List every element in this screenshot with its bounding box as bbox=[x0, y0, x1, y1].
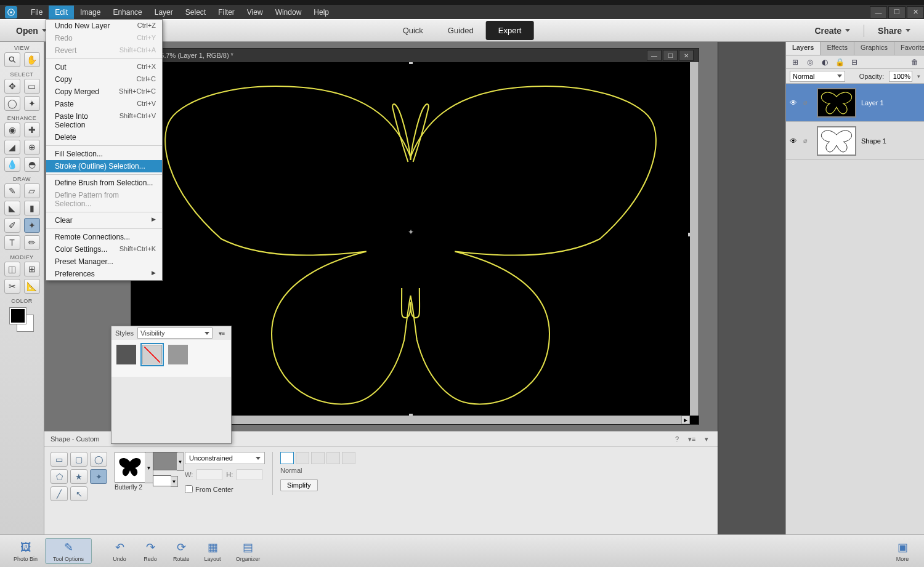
tab-graphics[interactable]: Graphics bbox=[854, 42, 894, 55]
shape-color-swatch[interactable]: ▼ bbox=[153, 452, 177, 470]
tool-smart-brush[interactable]: ◢ bbox=[4, 140, 20, 155]
menu-redo[interactable]: RedoCtrl+Y bbox=[46, 32, 162, 44]
panel-menu-icon[interactable]: ▾≡ bbox=[216, 328, 227, 339]
tool-options-button[interactable]: ✎ Tool Options bbox=[45, 538, 92, 564]
foreground-color[interactable] bbox=[10, 308, 26, 324]
menu-copy[interactable]: CopyCtrl+C bbox=[46, 73, 162, 86]
tool-cookie-cutter[interactable]: ✂ bbox=[4, 279, 20, 294]
menu-delete[interactable]: Delete bbox=[46, 131, 162, 143]
menu-filter[interactable]: Filter bbox=[212, 6, 241, 19]
menu-remote[interactable]: Remote Connections... bbox=[46, 231, 162, 243]
visibility-icon[interactable]: 👁 bbox=[790, 99, 798, 107]
vertical-scrollbar[interactable] bbox=[690, 62, 699, 416]
lock-layer-icon[interactable]: 🔒 bbox=[834, 57, 845, 67]
from-center-checkbox[interactable]: From Center bbox=[185, 485, 265, 493]
shape-ellipse[interactable]: ◯ bbox=[90, 452, 107, 467]
mode-guided[interactable]: Guided bbox=[436, 21, 486, 40]
menu-preferences[interactable]: Preferences▶ bbox=[46, 268, 162, 280]
style-hide[interactable] bbox=[116, 345, 136, 364]
tool-hand[interactable]: ✋ bbox=[24, 52, 40, 67]
menu-image[interactable]: Image bbox=[74, 6, 107, 19]
tool-shape[interactable]: ✦ bbox=[24, 218, 40, 233]
link-icon[interactable]: ⌀ bbox=[803, 99, 812, 107]
opacity-input[interactable] bbox=[889, 71, 912, 82]
doc-minimize[interactable]: — bbox=[647, 50, 662, 61]
collapse-icon[interactable]: ▾ bbox=[702, 434, 711, 444]
tool-gradient[interactable]: ▮ bbox=[24, 201, 40, 215]
shape-rect[interactable]: ▭ bbox=[51, 452, 68, 467]
menu-paste[interactable]: PasteCtrl+V bbox=[46, 98, 162, 110]
layer-row[interactable]: 👁 ⌀ Layer 1 bbox=[786, 84, 924, 122]
menu-edit[interactable]: Edit bbox=[49, 6, 74, 19]
color-swatches[interactable] bbox=[10, 308, 34, 332]
link-layer-icon[interactable]: ⊟ bbox=[849, 57, 860, 67]
menu-help[interactable]: Help bbox=[307, 6, 335, 19]
style-ghost[interactable] bbox=[168, 345, 188, 364]
tool-blur[interactable]: 💧 bbox=[4, 157, 20, 172]
shape-roundrect[interactable]: ▢ bbox=[70, 452, 87, 467]
styles-category-dropdown[interactable]: Visibility bbox=[137, 328, 213, 339]
layer-thumbnail[interactable] bbox=[817, 88, 856, 118]
tool-fill[interactable]: ◣ bbox=[4, 201, 20, 215]
tool-recompose[interactable]: ⊞ bbox=[24, 262, 40, 276]
menu-revert[interactable]: RevertShift+Ctrl+A bbox=[46, 44, 162, 57]
mode-expert[interactable]: Expert bbox=[486, 21, 534, 40]
menu-fill-selection[interactable]: Fill Selection... bbox=[46, 148, 162, 160]
menu-define-brush[interactable]: Define Brush from Selection... bbox=[46, 177, 162, 189]
menu-stroke-outline[interactable]: Stroke (Outline) Selection... bbox=[46, 160, 162, 172]
undo-button[interactable]: ↶ Undo bbox=[104, 539, 135, 563]
tool-move[interactable]: ✥ bbox=[4, 79, 20, 94]
window-minimize[interactable]: — bbox=[870, 6, 887, 18]
create-dropdown[interactable]: Create bbox=[808, 22, 856, 39]
tool-quick-select[interactable]: ✦ bbox=[24, 96, 40, 111]
transform-handle[interactable] bbox=[408, 62, 413, 65]
combine-add[interactable] bbox=[296, 452, 309, 464]
shape-style-swatch[interactable]: ▼ bbox=[153, 475, 171, 486]
photo-bin-button[interactable]: 🖼 Photo Bin bbox=[6, 539, 45, 563]
layout-button[interactable]: ▦ Layout bbox=[197, 539, 229, 563]
tool-type[interactable]: T bbox=[4, 235, 20, 250]
menu-define-pattern[interactable]: Define Pattern from Selection... bbox=[46, 189, 162, 210]
shape-polygon[interactable]: ⬠ bbox=[51, 469, 68, 484]
menu-layer[interactable]: Layer bbox=[148, 6, 179, 19]
tool-straighten[interactable]: 📐 bbox=[24, 279, 40, 294]
menu-file[interactable]: File bbox=[25, 6, 49, 19]
visibility-icon[interactable]: 👁 bbox=[790, 137, 798, 145]
width-input[interactable] bbox=[197, 469, 222, 480]
adjustment-layer-icon[interactable]: ◐ bbox=[819, 57, 830, 67]
tab-favorites[interactable]: Favorites bbox=[894, 42, 924, 55]
menu-select[interactable]: Select bbox=[179, 6, 212, 19]
shape-picker[interactable]: ▼ bbox=[115, 452, 145, 483]
combine-new[interactable] bbox=[280, 452, 294, 464]
constrain-dropdown[interactable]: Unconstrained bbox=[185, 452, 265, 464]
help-icon[interactable]: ? bbox=[672, 434, 682, 444]
tool-eraser[interactable]: ▱ bbox=[24, 183, 40, 198]
redo-button[interactable]: ↷ Redo bbox=[135, 539, 166, 563]
window-maximize[interactable]: ☐ bbox=[888, 6, 906, 18]
tool-spot-heal[interactable]: ✚ bbox=[24, 123, 40, 137]
doc-close[interactable]: ✕ bbox=[679, 50, 694, 61]
tool-sponge[interactable]: ◓ bbox=[24, 157, 40, 172]
menu-view[interactable]: View bbox=[241, 6, 269, 19]
tool-eyedropper[interactable]: ✐ bbox=[4, 218, 20, 233]
mode-quick[interactable]: Quick bbox=[391, 21, 436, 40]
tool-clone[interactable]: ⊕ bbox=[24, 140, 40, 155]
tool-crop[interactable]: ◫ bbox=[4, 262, 20, 276]
layer-row[interactable]: 👁 ⌀ Shape 1 bbox=[786, 122, 924, 160]
style-none[interactable] bbox=[142, 345, 162, 364]
chevron-down-icon[interactable]: ▼ bbox=[145, 452, 153, 483]
menu-preset-manager[interactable]: Preset Manager... bbox=[46, 255, 162, 268]
delete-layer-icon[interactable]: 🗑 bbox=[909, 57, 920, 67]
menu-clear[interactable]: Clear▶ bbox=[46, 214, 162, 227]
shape-selection[interactable]: ↖ bbox=[70, 486, 87, 501]
shape-custom[interactable]: ✦ bbox=[90, 469, 107, 484]
menu-copy-merged[interactable]: Copy MergedShift+Ctrl+C bbox=[46, 86, 162, 98]
window-close[interactable]: ✕ bbox=[907, 6, 924, 18]
tab-layers[interactable]: Layers bbox=[786, 42, 821, 55]
tool-zoom[interactable] bbox=[4, 52, 20, 67]
menu-enhance[interactable]: Enhance bbox=[107, 6, 148, 19]
menu-cut[interactable]: CutCtrl+X bbox=[46, 61, 162, 73]
tool-pencil[interactable]: ✏ bbox=[24, 235, 40, 250]
menu-undo[interactable]: Undo New LayerCtrl+Z bbox=[46, 20, 162, 32]
shape-line[interactable]: ╱ bbox=[51, 486, 68, 501]
